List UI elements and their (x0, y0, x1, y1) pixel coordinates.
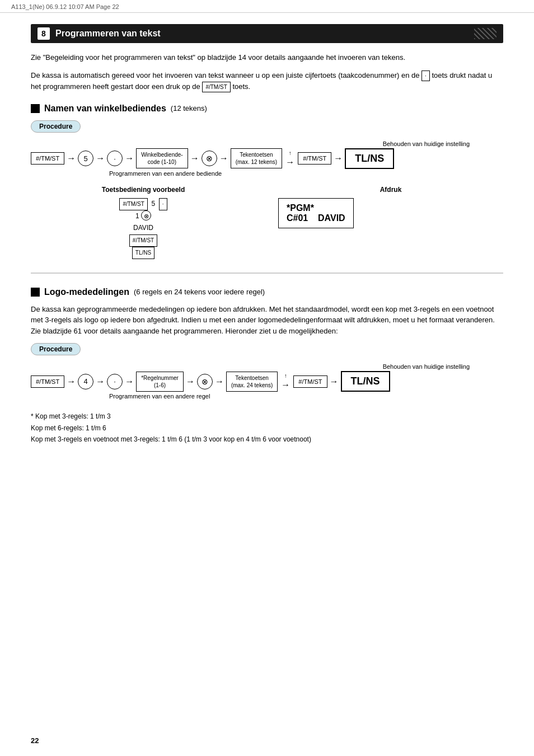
flow1-arrow5: → (219, 153, 228, 163)
black-square-icon-2 (31, 288, 40, 297)
subsection2-heading: Logo-mededelingen (6 regels en 24 tekens… (31, 287, 503, 297)
flow2-branch-up: ↑ (284, 373, 287, 379)
section-divider (31, 273, 503, 274)
flow2-circle-x: ⊗ (197, 374, 213, 389)
flow2-box-tekentoetsen: Tekentoetsen(max. 24 tekens) (226, 372, 278, 392)
flow1-arrow2: → (96, 153, 105, 163)
flow2-row: #/TM/ST → 4 → · → *Regelnummer(1-6) → ⊗ … (31, 371, 503, 392)
flow2-branch: ↑ → (281, 373, 290, 390)
print-line-1: *PGM* (287, 203, 345, 213)
subsection1-subtitle: (12 tekens) (171, 104, 207, 112)
flow1-bottom-label: Programmeren van een andere bediende (31, 170, 503, 177)
intro-text-1: Zie "Begeleiding voor het programmeren v… (31, 52, 503, 63)
flow2-box-tmst2: #/TM/ST (293, 375, 327, 388)
example-section-1: Toetsbediening voorbeeld #/TM/ST 5 · 1 ⊗… (31, 186, 503, 259)
flow1-box-wbcode: Winkelbediende-code (1-10) (136, 148, 188, 168)
flow2-circle-4: 4 (78, 374, 93, 389)
flow2-arrow2: → (96, 377, 105, 387)
flow-diagram-1: Behouden van huidige instelling #/TM/ST … (31, 140, 503, 177)
note-line-2: Kop met 6-regels: 1 t/m 6 (31, 422, 503, 434)
page-number: 22 (31, 736, 39, 745)
print-box-content: *PGM* C#01 DAVID (278, 198, 354, 228)
flow2-arrow4: → (186, 377, 195, 387)
subsection1-title: Namen van winkelbediendes (44, 104, 166, 114)
print-line-2: C#01 DAVID (287, 213, 345, 223)
key-dot: · (159, 198, 167, 210)
intro-text-2: De kassa is automatisch gereed voor het … (31, 70, 503, 92)
note-line-3: Kop met 3-regels en voetnoot met 3-regel… (31, 434, 503, 445)
note-line-1: * Kop met 3-regels: 1 t/m 3 (31, 411, 503, 422)
header-text: A113_1(Ne) 06.9.12 10:07 AM Page 22 (11, 3, 119, 10)
subsection2-description: De kassa kan geprogrammeerde mededelinge… (31, 304, 503, 337)
flow1-branch: ↑ → (285, 150, 294, 167)
flow2-bottom-label: Programmeren van een andere regel (31, 393, 503, 400)
flow1-row: #/TM/ST → 5 → · → Winkelbediende-code (1… (31, 148, 503, 169)
example-keys-content: #/TM/ST 5 · 1 ⊗ DAVID #/TM/ST TL/NS (31, 198, 256, 259)
section-number: 8 (38, 27, 50, 40)
procedure-badge-1: Procedure (31, 120, 81, 133)
flow2-top-label: Behouden van huidige instelling (31, 363, 503, 370)
black-square-icon (31, 104, 40, 113)
flow-diagram-2: Behouden van huidige instelling #/TM/ST … (31, 363, 503, 400)
section-header: 8 Programmeren van tekst (31, 24, 503, 43)
flow1-box-tlns: TL/NS (345, 148, 394, 169)
flow2-box-tlns: TL/NS (341, 371, 390, 392)
key-tlns: TL/NS (132, 247, 154, 259)
example-col-print: Afdruk *PGM* C#01 DAVID (278, 186, 503, 259)
flow2-arrow1: → (67, 377, 76, 387)
section-title: Programmeren van tekst (55, 29, 161, 39)
flow1-arrow7: → (334, 153, 343, 163)
flow1-arrow4: → (190, 153, 199, 163)
flow1-box-tmst1: #/TM/ST (31, 152, 64, 165)
flow1-circle-5: 5 (78, 151, 93, 166)
flow2-arrow5: → (215, 377, 224, 387)
page-container: A113_1(Ne) 06.9.12 10:07 AM Page 22 8 Pr… (0, 0, 534, 756)
subsection2-title: Logo-mededelingen (44, 287, 129, 297)
example-title-print: Afdruk (278, 186, 503, 194)
flow1-arrow3: → (125, 153, 134, 163)
subsection2-subtitle: (6 regels en 24 tekens voor iedere regel… (134, 288, 265, 296)
flow2-arrow6: → (281, 380, 290, 390)
flow1-branch-top-label: ↑ (289, 150, 292, 156)
diagonal-lines-decoration (474, 28, 496, 39)
flow2-circle-dot: · (107, 374, 123, 389)
flow1-box-tmst2: #/TM/ST (298, 152, 331, 165)
notes-section: * Kop met 3-regels: 1 t/m 3 Kop met 6-re… (31, 411, 503, 445)
flow2-arrow7: → (330, 377, 339, 387)
example-col-keys: Toetsbediening voorbeeld #/TM/ST 5 · 1 ⊗… (31, 186, 256, 259)
hash-tm-st-key-intro: #/TM/ST (202, 82, 230, 92)
flow1-arrow1: → (67, 153, 76, 163)
flow2-arrow3: → (125, 377, 134, 387)
flow1-top-label: Behouden van huidige instelling (31, 140, 503, 147)
procedure-badge-2: Procedure (31, 343, 81, 355)
key-tmst2: #/TM/ST (129, 234, 157, 247)
flow1-box-tekentoetsen: Tekentoetsen(max. 12 tekens) (231, 148, 282, 168)
main-content: 8 Programmeren van tekst Zie "Begeleidin… (0, 13, 534, 462)
flow2-box-tmst1: #/TM/ST (31, 375, 64, 388)
example-title-keys: Toetsbediening voorbeeld (31, 186, 256, 194)
key-x: ⊗ (141, 210, 151, 220)
key-tmst: #/TM/ST (119, 198, 147, 210)
flow2-box-regelnummer: *Regelnummer(1-6) (136, 372, 184, 392)
flow1-circle-x: ⊗ (202, 151, 217, 166)
flow1-circle-dot: · (107, 151, 123, 166)
subsection1-heading: Namen van winkelbediendes (12 tekens) (31, 104, 503, 114)
flow1-arrow6: → (285, 157, 294, 167)
header-bar: A113_1(Ne) 06.9.12 10:07 AM Page 22 (0, 0, 534, 13)
dot-key: · (421, 71, 430, 81)
